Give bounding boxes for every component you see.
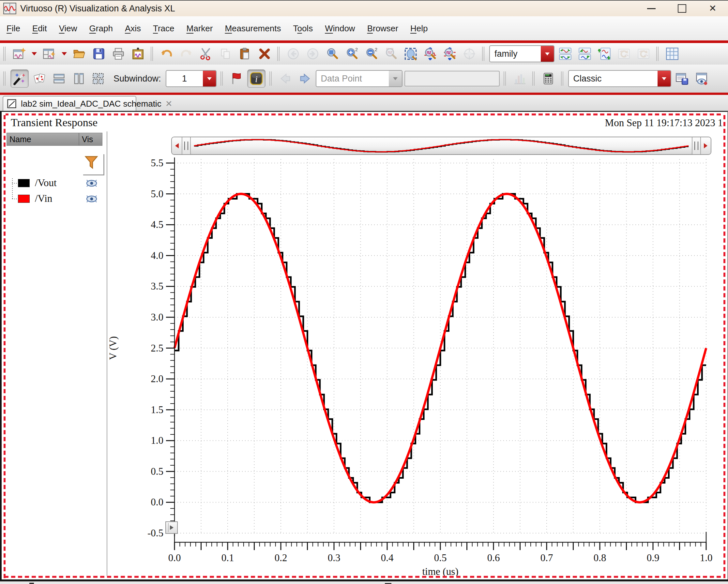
cut-icon bbox=[199, 47, 212, 60]
visibility-eye-icon[interactable] bbox=[85, 178, 98, 188]
zoom-out-2x-button[interactable]: 2 bbox=[363, 45, 380, 62]
menu-help[interactable]: Help bbox=[410, 24, 427, 33]
trace-color-swatch[interactable] bbox=[18, 179, 30, 187]
paste-button[interactable] bbox=[236, 45, 254, 62]
title-bar: Virtuoso (R) Visualization & Analysis XL… bbox=[0, 1, 728, 16]
new-waveform-window-dropdown-icon[interactable] bbox=[30, 45, 38, 62]
layout-grid-button[interactable] bbox=[89, 70, 107, 87]
menu-edit[interactable]: Edit bbox=[32, 24, 47, 33]
tab-close-icon[interactable]: ✕ bbox=[165, 100, 173, 108]
point-value-field bbox=[405, 71, 500, 86]
overview-track[interactable] bbox=[191, 138, 692, 154]
funnel-icon[interactable] bbox=[84, 155, 99, 170]
new-layout-window-dropdown-icon[interactable] bbox=[60, 45, 69, 62]
x-tick-label: 0.5 bbox=[434, 552, 447, 563]
visibility-eye-icon[interactable] bbox=[85, 194, 98, 204]
zoom-fit-button[interactable] bbox=[323, 45, 341, 62]
minimize-button[interactable] bbox=[636, 1, 667, 16]
appearance-select[interactable]: Classic bbox=[568, 70, 671, 87]
menu-browser[interactable]: Browser bbox=[367, 24, 398, 33]
new-waveform-window-button[interactable] bbox=[10, 45, 28, 62]
y-tick-label: 4.5 bbox=[151, 219, 163, 230]
menu-graph[interactable]: Graph bbox=[89, 24, 113, 33]
zoom-x-icon bbox=[424, 47, 437, 60]
family-select-arrow-icon[interactable] bbox=[541, 46, 554, 62]
virtuoso-window: Virtuoso (R) Visualization & Analysis XL… bbox=[0, 0, 728, 584]
snapshot-button[interactable] bbox=[129, 45, 147, 62]
open-button[interactable] bbox=[71, 45, 88, 62]
svg-text:i: i bbox=[255, 74, 257, 84]
strip-play-button[interactable] bbox=[165, 522, 178, 534]
info-mode-button[interactable]: i bbox=[247, 70, 265, 88]
y-tick-label: 3.5 bbox=[151, 281, 163, 292]
strip-updown-icon bbox=[598, 47, 611, 60]
delete-button[interactable] bbox=[256, 45, 273, 62]
menu-measurements[interactable]: Measurements bbox=[225, 24, 281, 33]
win-save-icon bbox=[675, 72, 688, 85]
wizard-mode-button[interactable] bbox=[10, 70, 29, 88]
scroll-left-handle[interactable] bbox=[182, 137, 191, 154]
close-button[interactable]: ✕ bbox=[697, 1, 728, 16]
x-tick-label: 0.4 bbox=[381, 552, 394, 563]
menu-view[interactable]: View bbox=[59, 24, 77, 33]
menu-window[interactable]: Window bbox=[325, 24, 355, 33]
scroll-right-handle[interactable] bbox=[692, 137, 701, 154]
zoom-to-selection-button[interactable] bbox=[402, 45, 419, 62]
menu-axis[interactable]: Axis bbox=[125, 24, 141, 33]
combine-strips-button[interactable] bbox=[576, 45, 594, 62]
transient-plot[interactable]: -0.50.00.51.01.52.02.53.03.54.04.55.05.5… bbox=[2, 112, 728, 579]
overview-vin-trace bbox=[194, 139, 688, 152]
trace-label[interactable]: /Vout bbox=[35, 177, 57, 189]
toolbar-grip bbox=[656, 47, 659, 61]
save-button[interactable] bbox=[90, 45, 108, 62]
nav-forward-icon bbox=[306, 47, 319, 60]
calculator-button[interactable] bbox=[540, 70, 557, 87]
move-strip-button[interactable] bbox=[596, 45, 613, 62]
eye-candy-button[interactable] bbox=[31, 70, 48, 87]
subwindow-select-arrow-icon[interactable] bbox=[203, 71, 216, 86]
undo-icon bbox=[160, 47, 173, 60]
trace-color-swatch[interactable] bbox=[18, 195, 30, 203]
plot-title: Transient Response bbox=[11, 116, 98, 129]
zoom-in-2x-button[interactable]: 2 bbox=[343, 45, 361, 62]
menu-tools[interactable]: Tools bbox=[293, 24, 313, 33]
zoom-y-button[interactable] bbox=[441, 45, 459, 62]
menu-trace[interactable]: Trace bbox=[153, 24, 175, 33]
y-tick-label: 2.5 bbox=[151, 342, 163, 354]
undo-button[interactable] bbox=[158, 45, 176, 62]
save-window-state-button[interactable] bbox=[673, 70, 691, 87]
family-select[interactable]: family bbox=[489, 45, 554, 62]
toolbar-grip bbox=[269, 72, 273, 86]
layout-columns-button[interactable] bbox=[70, 70, 87, 87]
flag-markers-button[interactable] bbox=[228, 70, 245, 87]
subwindow-select[interactable]: 1 bbox=[166, 70, 216, 87]
x-tick-label: 0.2 bbox=[275, 552, 287, 563]
spreadsheet-button[interactable] bbox=[664, 45, 681, 62]
split-strips-button[interactable] bbox=[556, 45, 574, 62]
menu-file[interactable]: File bbox=[6, 24, 20, 33]
print-button[interactable] bbox=[110, 45, 127, 62]
x-tick-label: 1.0 bbox=[700, 552, 713, 563]
overview-scrollbar[interactable] bbox=[171, 137, 711, 155]
x-tick-label: 0.3 bbox=[328, 552, 340, 563]
legend-separator bbox=[107, 131, 107, 576]
next-point-button[interactable] bbox=[296, 70, 314, 87]
tab-lab2-schematic[interactable]: lab2 sim_Ideal_ADC_DAC schematic ✕ bbox=[3, 96, 136, 111]
new-layout-window-button[interactable] bbox=[41, 45, 58, 62]
hide-window-button[interactable] bbox=[693, 70, 710, 87]
appearance-select-arrow-icon[interactable] bbox=[657, 71, 671, 86]
scroll-right-icon[interactable] bbox=[701, 137, 711, 154]
scroll-left-icon[interactable] bbox=[172, 137, 182, 154]
replace-update-2-button bbox=[635, 45, 652, 62]
maximize-button[interactable] bbox=[667, 1, 697, 16]
y-tick-label: 2.0 bbox=[151, 373, 163, 384]
trace-label[interactable]: /Vin bbox=[35, 193, 52, 205]
data-point-select-arrow-icon[interactable] bbox=[389, 71, 402, 86]
zoom-pulse-icon bbox=[385, 47, 397, 60]
tab-title: lab2 sim_Ideal_ADC_DAC schematic bbox=[21, 99, 161, 109]
layout-rows-button[interactable] bbox=[50, 70, 68, 87]
menu-marker[interactable]: Marker bbox=[187, 24, 213, 33]
zoom-x-button[interactable] bbox=[421, 45, 439, 62]
x-tick-label: 0.1 bbox=[222, 552, 234, 563]
cut-button[interactable] bbox=[197, 45, 215, 62]
